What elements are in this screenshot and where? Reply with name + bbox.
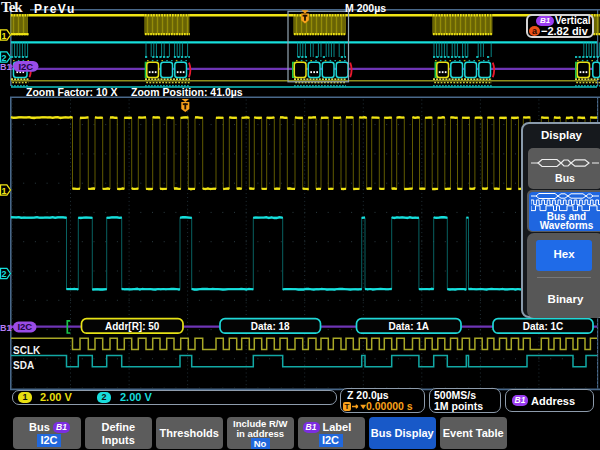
svg-text:Data: 18: Data: 18 bbox=[251, 321, 290, 332]
svg-text:SDA: SDA bbox=[13, 360, 34, 371]
svg-text:B1: B1 bbox=[0, 62, 12, 72]
svg-text:Data: 1C: Data: 1C bbox=[523, 321, 564, 332]
svg-text:I2C: I2C bbox=[18, 61, 33, 72]
svg-text:B1: B1 bbox=[0, 323, 12, 333]
svg-text:I2C: I2C bbox=[17, 321, 32, 332]
svg-text:SCLK: SCLK bbox=[13, 345, 41, 356]
svg-text:Addr[R]: 50: Addr[R]: 50 bbox=[105, 321, 160, 332]
svg-text:1: 1 bbox=[1, 186, 6, 196]
svg-text:Data: 1A: Data: 1A bbox=[389, 321, 430, 332]
svg-text:1: 1 bbox=[1, 31, 6, 41]
svg-text:2: 2 bbox=[1, 269, 6, 279]
